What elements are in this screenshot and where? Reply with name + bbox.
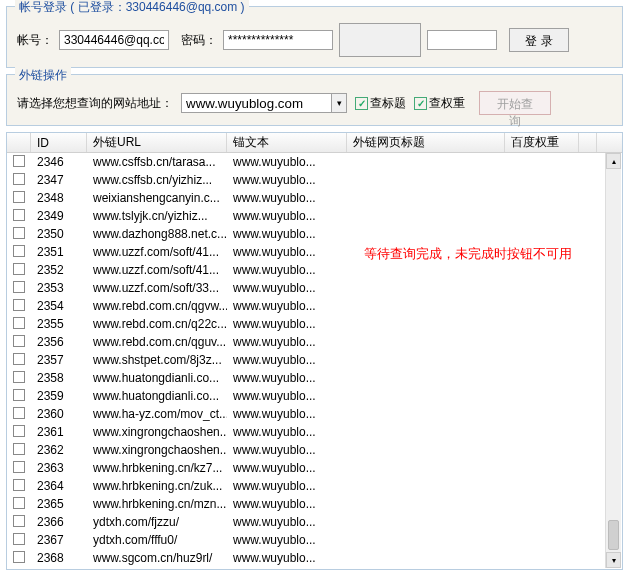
site-combo[interactable]: ▾: [181, 93, 347, 113]
cell-url: www.tslyjk.cn/yizhiz...: [87, 209, 227, 223]
row-checkbox[interactable]: [13, 263, 25, 275]
row-checkbox[interactable]: [13, 425, 25, 437]
cell-id: 2355: [31, 317, 87, 331]
vertical-scrollbar[interactable]: ▴ ▾: [605, 153, 621, 568]
table-row[interactable]: 2353www.uzzf.com/soft/33...www.wuyublo..…: [7, 279, 622, 297]
col-id[interactable]: ID: [31, 133, 87, 152]
cell-anchor: www.wuyublo...: [227, 263, 347, 277]
table-row[interactable]: 2363www.hrbkening.cn/kz7...www.wuyublo..…: [7, 459, 622, 477]
table-row[interactable]: 2349www.tslyjk.cn/yizhiz...www.wuyublo..…: [7, 207, 622, 225]
cell-id: 2350: [31, 227, 87, 241]
scroll-up-icon[interactable]: ▴: [606, 153, 621, 169]
site-input[interactable]: [181, 93, 331, 113]
account-label: 帐号：: [17, 32, 53, 49]
cell-anchor: www.wuyublo...: [227, 551, 347, 565]
cell-url: ydtxh.com/fffu0/: [87, 533, 227, 547]
cell-url: www.xingrongchaoshen...: [87, 443, 227, 457]
cell-id: 2362: [31, 443, 87, 457]
table-row[interactable]: 2351www.uzzf.com/soft/41...www.wuyublo..…: [7, 243, 622, 261]
row-checkbox[interactable]: [13, 209, 25, 221]
start-query-button: 开始查询: [479, 91, 551, 115]
check-title-label: 查标题: [370, 95, 406, 112]
table-row[interactable]: 2368www.sgcom.cn/huz9rl/www.wuyublo...: [7, 549, 622, 567]
row-checkbox[interactable]: [13, 335, 25, 347]
cell-anchor: www.wuyublo...: [227, 371, 347, 385]
col-weight[interactable]: 百度权重: [505, 133, 579, 152]
password-label: 密码：: [181, 32, 217, 49]
cell-url: www.rebd.com.cn/q22c...: [87, 317, 227, 331]
table-row[interactable]: 2360www.ha-yz.com/mov_ct...www.wuyublo..…: [7, 405, 622, 423]
check-title-wrap[interactable]: ✓ 查标题: [355, 95, 406, 112]
row-checkbox[interactable]: [13, 317, 25, 329]
table-row[interactable]: 2358www.huatongdianli.co...www.wuyublo..…: [7, 369, 622, 387]
row-checkbox[interactable]: [13, 407, 25, 419]
scroll-down-icon[interactable]: ▾: [606, 552, 621, 568]
table-row[interactable]: 2359www.huatongdianli.co...www.wuyublo..…: [7, 387, 622, 405]
table-row[interactable]: 2348weixianshengcanyin.c...www.wuyublo..…: [7, 189, 622, 207]
table-row[interactable]: 2355www.rebd.com.cn/q22c...www.wuyublo..…: [7, 315, 622, 333]
checkbox-checked-icon[interactable]: ✓: [355, 97, 368, 110]
cell-url: www.rebd.com.cn/qgvw...: [87, 299, 227, 313]
col-page-title[interactable]: 外链网页标题: [347, 133, 505, 152]
cell-anchor: www.wuyublo...: [227, 191, 347, 205]
cell-url: www.shstpet.com/8j3z...: [87, 353, 227, 367]
results-table: ID 外链URL 锚文本 外链网页标题 百度权重 2346www.csffsb.…: [6, 132, 623, 570]
row-checkbox[interactable]: [13, 299, 25, 311]
table-row[interactable]: 2350www.dazhong888.net.c...www.wuyublo..…: [7, 225, 622, 243]
row-checkbox[interactable]: [13, 551, 25, 563]
cell-id: 2356: [31, 335, 87, 349]
cell-id: 2365: [31, 497, 87, 511]
row-checkbox[interactable]: [13, 245, 25, 257]
cell-anchor: www.wuyublo...: [227, 155, 347, 169]
cell-anchor: www.wuyublo...: [227, 479, 347, 493]
row-checkbox[interactable]: [13, 497, 25, 509]
cell-url: www.uzzf.com/soft/41...: [87, 245, 227, 259]
table-row[interactable]: 2352www.uzzf.com/soft/41...www.wuyublo..…: [7, 261, 622, 279]
table-row[interactable]: 2365www.hrbkening.cn/mzn...www.wuyublo..…: [7, 495, 622, 513]
row-checkbox[interactable]: [13, 173, 25, 185]
annotation-arrow: [0, 576, 629, 583]
cell-id: 2367: [31, 533, 87, 547]
row-checkbox[interactable]: [13, 515, 25, 527]
table-row[interactable]: 2364www.hrbkening.cn/zuk...www.wuyublo..…: [7, 477, 622, 495]
cell-id: 2353: [31, 281, 87, 295]
blank-box[interactable]: [339, 23, 421, 57]
col-url[interactable]: 外链URL: [87, 133, 227, 152]
table-row[interactable]: 2356www.rebd.com.cn/qguv...www.wuyublo..…: [7, 333, 622, 351]
col-anchor[interactable]: 锚文本: [227, 133, 347, 152]
row-checkbox[interactable]: [13, 191, 25, 203]
scroll-thumb[interactable]: [608, 520, 619, 550]
table-row[interactable]: 2367ydtxh.com/fffu0/www.wuyublo...: [7, 531, 622, 549]
table-row[interactable]: 2347www.csffsb.cn/yizhiz...www.wuyublo..…: [7, 171, 622, 189]
cell-id: 2368: [31, 551, 87, 565]
row-checkbox[interactable]: [13, 155, 25, 167]
checkbox-checked-icon[interactable]: ✓: [414, 97, 427, 110]
row-checkbox[interactable]: [13, 371, 25, 383]
row-checkbox[interactable]: [13, 227, 25, 239]
cell-anchor: www.wuyublo...: [227, 353, 347, 367]
row-checkbox[interactable]: [13, 281, 25, 293]
row-checkbox[interactable]: [13, 389, 25, 401]
row-checkbox[interactable]: [13, 533, 25, 545]
table-row[interactable]: 2346www.csffsb.cn/tarasa...www.wuyublo..…: [7, 153, 622, 171]
cell-anchor: www.wuyublo...: [227, 533, 347, 547]
prompt-label: 请选择您想查询的网站地址：: [17, 95, 173, 112]
table-row[interactable]: 2354www.rebd.com.cn/qgvw...www.wuyublo..…: [7, 297, 622, 315]
cell-anchor: www.wuyublo...: [227, 497, 347, 511]
row-checkbox[interactable]: [13, 479, 25, 491]
account-input[interactable]: [59, 30, 169, 50]
cell-url: www.sgcom.cn/huz9rl/: [87, 551, 227, 565]
dropdown-icon[interactable]: ▾: [331, 93, 347, 113]
row-checkbox[interactable]: [13, 461, 25, 473]
row-checkbox[interactable]: [13, 353, 25, 365]
table-row[interactable]: 2366ydtxh.com/fjzzu/www.wuyublo...: [7, 513, 622, 531]
row-checkbox[interactable]: [13, 443, 25, 455]
captcha-input[interactable]: [427, 30, 497, 50]
check-weight-wrap[interactable]: ✓ 查权重: [414, 95, 465, 112]
login-button[interactable]: 登 录: [509, 28, 569, 52]
table-row[interactable]: 2362www.xingrongchaoshen...www.wuyublo..…: [7, 441, 622, 459]
cell-id: 2349: [31, 209, 87, 223]
table-row[interactable]: 2361www.xingrongchaoshen...www.wuyublo..…: [7, 423, 622, 441]
password-input[interactable]: [223, 30, 333, 50]
table-row[interactable]: 2357www.shstpet.com/8j3z...www.wuyublo..…: [7, 351, 622, 369]
